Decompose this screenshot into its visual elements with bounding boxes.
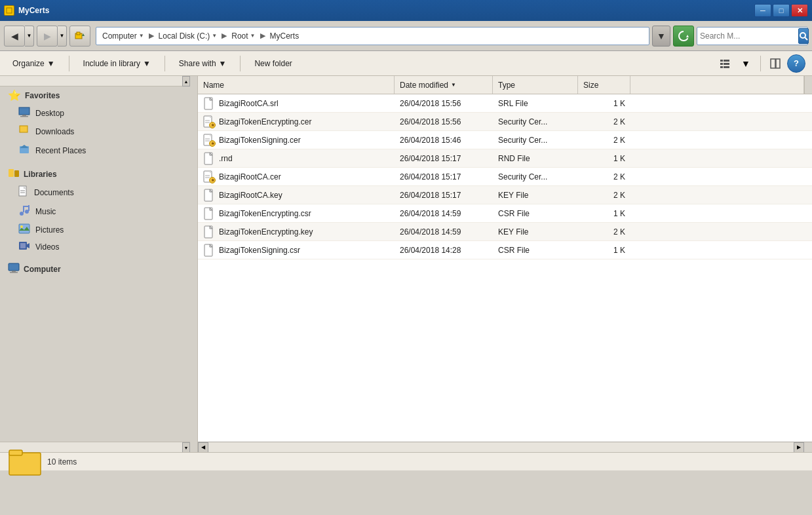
sidebar-scroll-down[interactable]: ▼ (182, 442, 190, 452)
close-button[interactable]: ✕ (791, 4, 808, 17)
status-left: 10 items (8, 446, 77, 478)
svg-rect-9 (720, 63, 723, 65)
sidebar-item-videos[interactable]: Videos (0, 238, 190, 255)
documents-icon (18, 185, 29, 199)
file-size-cell: 2 K (578, 172, 630, 181)
table-row[interactable]: ★ BizagiTokenSigning.cer 26/04/2018 15:4… (198, 131, 812, 149)
computer-icon (8, 263, 20, 275)
path-dropdown-btn[interactable]: ▼ (652, 26, 670, 47)
file-type-cell: KEY File (493, 227, 578, 237)
file-type-cell: KEY File (493, 191, 578, 200)
sidebar-item-documents[interactable]: Documents (0, 183, 190, 202)
path-root[interactable]: Root ▼ (229, 31, 257, 41)
cert-icon: ★ (203, 170, 215, 183)
path-mycerts[interactable]: MyCerts (268, 31, 301, 41)
include-in-library-button[interactable]: Include in library ▼ (77, 54, 157, 73)
file-type-cell: RND File (493, 154, 578, 163)
svg-point-5 (800, 33, 805, 38)
sidebar-scroll-up[interactable]: ▲ (182, 76, 190, 86)
file-date-cell: 26/04/2018 15:17 (395, 172, 493, 181)
new-folder-button[interactable]: New folder (248, 54, 298, 73)
table-row[interactable]: BizagiRootCA.key 26/04/2018 15:17 KEY Fi… (198, 186, 812, 204)
scroll-track[interactable] (208, 442, 794, 453)
path-computer[interactable]: Computer ▼ (100, 31, 146, 41)
file-icon (203, 97, 215, 110)
view-dropdown-button[interactable]: ▼ (737, 54, 755, 73)
file-list: BizagiRootCA.srl 26/04/2018 15:56 SRL Fi… (198, 94, 812, 442)
preview-pane-button[interactable] (766, 54, 784, 73)
forward-group: ▶ ▼ (37, 26, 67, 47)
svg-rect-17 (22, 115, 26, 116)
table-row[interactable]: BizagiTokenEncrypting.key 26/04/2018 14:… (198, 223, 812, 241)
file-type-cell: CSR File (493, 209, 578, 218)
table-row[interactable]: BizagiTokenEncrypting.csr 26/04/2018 14:… (198, 204, 812, 223)
table-row[interactable]: ★ BizagiRootCA.cer 26/04/2018 15:17 Secu… (198, 168, 812, 186)
sidebar-item-music[interactable]: Music (0, 202, 190, 221)
svg-rect-12 (724, 66, 729, 68)
file-date-cell: 26/04/2018 14:28 (395, 246, 493, 255)
address-bar: ◀ ▼ ▶ ▼ Computer ▼ ▶ Local Disk (C:) ▼ ▶… (0, 21, 812, 51)
sidebar-panel: ▲ ⭐ Favorites Desktop D (0, 76, 198, 452)
file-icon (203, 225, 215, 238)
table-row[interactable]: ★ BizagiTokenEncrypting.cer 26/04/2018 1… (198, 113, 812, 131)
file-date-cell: 26/04/2018 15:46 (395, 136, 493, 145)
file-type-cell: Security Cer... (493, 117, 578, 126)
organize-button[interactable]: Organize ▼ (7, 54, 61, 73)
file-size-cell: 2 K (578, 136, 630, 145)
cert-icon: ★ (203, 134, 215, 147)
sidebar-item-downloads[interactable]: Downloads (0, 122, 190, 141)
favorites-header: ⭐ Favorites (0, 86, 190, 104)
file-type-cell: CSR File (493, 246, 578, 255)
col-header-type[interactable]: Type (493, 76, 578, 94)
table-row[interactable]: BizagiRootCA.srl 26/04/2018 15:56 SRL Fi… (198, 94, 812, 113)
forward-button[interactable]: ▶ (37, 26, 58, 47)
file-size-cell: 2 K (578, 117, 630, 126)
search-input[interactable] (700, 31, 798, 41)
svg-rect-14 (776, 59, 780, 68)
up-button[interactable] (69, 26, 90, 47)
svg-rect-39 (20, 243, 26, 248)
back-button[interactable]: ◀ (4, 26, 25, 47)
svg-rect-7 (720, 60, 723, 62)
scroll-right-button[interactable]: ▶ (794, 442, 804, 453)
minimize-button[interactable]: ─ (754, 4, 771, 17)
videos-icon (18, 241, 30, 252)
table-row[interactable]: .rnd 26/04/2018 15:17 RND File 1 K (198, 149, 812, 168)
table-row[interactable]: BizagiTokenSigning.csr 26/04/2018 14:28 … (198, 241, 812, 259)
file-date-cell: 26/04/2018 15:17 (395, 154, 493, 163)
file-name-cell: ★ BizagiTokenEncrypting.cer (198, 115, 395, 128)
file-icon (203, 207, 215, 220)
back-forward-group: ◀ ▼ (4, 26, 34, 47)
refresh-button[interactable] (673, 26, 694, 47)
svg-marker-4 (686, 35, 689, 37)
share-with-button[interactable]: Share with ▼ (173, 54, 233, 73)
scroll-left-button[interactable]: ◀ (198, 442, 208, 453)
file-type-cell: Security Cer... (493, 172, 578, 181)
back-dropdown[interactable]: ▼ (25, 26, 34, 47)
col-header-date[interactable]: Date modified ▼ (395, 76, 493, 94)
sidebar-item-recent-places[interactable]: Recent Places (0, 141, 190, 160)
main-area: ▲ ⭐ Favorites Desktop D (0, 76, 812, 452)
file-name-cell: BizagiRootCA.key (198, 189, 395, 202)
item-count: 10 items (47, 457, 77, 467)
file-icon (203, 152, 215, 165)
file-date-cell: 26/04/2018 15:17 (395, 191, 493, 200)
sidebar-item-pictures[interactable]: Pictures (0, 221, 190, 238)
path-localdisk[interactable]: Local Disk (C:) ▼ (157, 31, 220, 41)
file-name: BizagiRootCA.cer (219, 172, 281, 181)
file-name-cell: ★ BizagiTokenSigning.cer (198, 134, 395, 147)
sidebar-item-desktop[interactable]: Desktop (0, 104, 190, 122)
maximize-button[interactable]: □ (773, 4, 790, 17)
svg-rect-11 (720, 66, 723, 68)
col-header-name[interactable]: Name (198, 76, 395, 94)
file-name-cell: BizagiTokenEncrypting.key (198, 225, 395, 238)
file-area: Name Date modified ▼ Type Size (198, 76, 812, 452)
forward-dropdown[interactable]: ▼ (58, 26, 67, 47)
details-view-button[interactable] (716, 54, 734, 73)
file-date-cell: 26/04/2018 14:59 (395, 209, 493, 218)
col-header-size[interactable]: Size (578, 76, 630, 94)
help-button[interactable]: ? (787, 54, 805, 73)
sort-icon: ▼ (451, 82, 456, 88)
search-button[interactable] (798, 28, 809, 44)
svg-rect-2 (77, 32, 80, 35)
